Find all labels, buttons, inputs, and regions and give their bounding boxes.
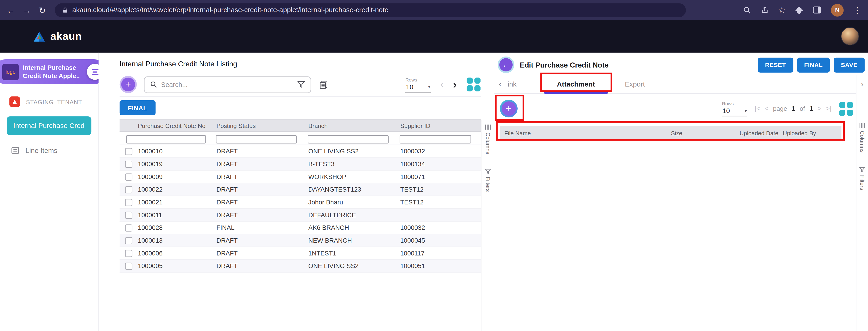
- final-button[interactable]: FINAL: [797, 57, 830, 72]
- column-header-credit-note-no[interactable]: Purchase Credit Note No: [137, 122, 216, 129]
- browser-profile-avatar[interactable]: N: [831, 4, 844, 17]
- table-row[interactable]: 1000005 DRAFT ONE LIVING SS2 1000051: [120, 260, 481, 273]
- table-row[interactable]: 1000022 DRAFT DAYANGTEST123 TEST12: [120, 183, 481, 196]
- listing-table: Purchase Credit Note No Posting Status B…: [120, 119, 481, 272]
- browser-reload-icon[interactable]: ↻: [39, 6, 45, 14]
- previous-page-icon[interactable]: <: [765, 104, 769, 112]
- tabs-scroll-left-icon[interactable]: ‹: [499, 79, 507, 89]
- cell-credit-note-no: 1000019: [137, 161, 216, 167]
- address-bar[interactable]: akaun.cloud/#/applets/tnt/wavelet/erp/in…: [55, 3, 686, 17]
- last-page-icon[interactable]: >|: [826, 104, 832, 112]
- columns-grip-icon[interactable]: [485, 124, 491, 130]
- column-header-posting-status[interactable]: Posting Status: [216, 122, 308, 129]
- column-header-branch[interactable]: Branch: [308, 122, 400, 129]
- row-checkbox[interactable]: [125, 148, 132, 155]
- row-checkbox[interactable]: [125, 224, 132, 231]
- cell-branch: AK6 BRANCH: [308, 224, 400, 231]
- tab-attachment[interactable]: Attachment: [542, 75, 610, 93]
- filters-funnel-icon[interactable]: [485, 169, 491, 175]
- first-page-icon[interactable]: |<: [754, 104, 760, 112]
- applet-pill[interactable]: logo Internal Purchase Credit Note Apple…: [0, 59, 106, 84]
- tab-link[interactable]: ink: [507, 75, 523, 93]
- table-row[interactable]: 1000013 DRAFT NEW BRANCH 1000045: [120, 234, 481, 247]
- filter-funnel-icon[interactable]: [297, 81, 305, 88]
- extensions-icon[interactable]: [795, 6, 803, 14]
- zoom-icon[interactable]: [743, 6, 751, 14]
- chevron-down-icon: ▾: [428, 84, 430, 89]
- cell-posting-status: DRAFT: [216, 237, 308, 244]
- column-header-uploaded-date[interactable]: Uploaded Date: [735, 129, 778, 136]
- table-row[interactable]: 1000009 DRAFT WORKSHOP 1000071: [120, 171, 481, 183]
- filters-strip-label[interactable]: Filters: [485, 177, 491, 192]
- table-row[interactable]: 1000019 DRAFT B-TEST3 1000134: [120, 158, 481, 171]
- split-screen-icon[interactable]: [813, 6, 822, 14]
- row-checkbox[interactable]: [125, 160, 132, 168]
- search-icon: [150, 81, 157, 88]
- add-attachment-button[interactable]: +: [500, 100, 518, 117]
- cell-posting-status: DRAFT: [216, 148, 308, 154]
- columns-strip-label[interactable]: Columns: [859, 131, 865, 153]
- filter-posting-status[interactable]: [216, 135, 297, 143]
- cell-supplier-id: 1000032: [400, 148, 481, 154]
- next-page-icon[interactable]: ›: [453, 78, 457, 91]
- row-checkbox[interactable]: [125, 173, 132, 180]
- browser-menu-icon[interactable]: ⋮: [853, 6, 861, 14]
- rows-per-page-select[interactable]: Rows 10 ▾: [405, 77, 431, 92]
- browser-back-icon[interactable]: ←: [7, 6, 15, 14]
- table-row[interactable]: 1000010 DRAFT ONE LIVING SS2 1000032: [120, 145, 481, 158]
- search-box[interactable]: [144, 76, 311, 93]
- row-checkbox[interactable]: [125, 262, 132, 269]
- cell-posting-status: FINAL: [216, 224, 308, 231]
- row-checkbox[interactable]: [125, 186, 132, 193]
- applet-title: Internal Purchase Credit Note Apple..: [23, 63, 84, 80]
- tab-export[interactable]: Export: [610, 75, 660, 93]
- row-checkbox[interactable]: [125, 249, 132, 257]
- user-avatar[interactable]: [841, 27, 859, 46]
- table-row[interactable]: 1000021 DRAFT Johor Bharu TEST12: [120, 196, 481, 209]
- attachment-rows-per-page-select[interactable]: Rows 10 ▾: [722, 101, 747, 116]
- back-button[interactable]: ←: [498, 57, 515, 73]
- save-button[interactable]: SAVE: [834, 57, 865, 72]
- cell-supplier-id: 1000071: [400, 174, 481, 180]
- app-navbar: akaun: [0, 20, 868, 53]
- final-bulk-action-button[interactable]: FINAL: [120, 100, 156, 115]
- add-record-button[interactable]: +: [120, 76, 137, 93]
- table-row[interactable]: 1000011 DRAFT DEFAULTPRICE: [120, 209, 481, 221]
- grid-view-icon[interactable]: [839, 101, 854, 116]
- tabs-scroll-right-icon[interactable]: ›: [861, 79, 863, 88]
- browser-forward-icon[interactable]: →: [23, 6, 31, 14]
- tenant-selector[interactable]: STAGING_TENANT: [0, 91, 98, 112]
- bookmark-star-icon[interactable]: ☆: [778, 5, 786, 15]
- sidebar-item-line-items[interactable]: Line Items: [0, 142, 98, 159]
- column-header-size[interactable]: Size: [666, 129, 735, 136]
- sidebar-item-internal-purchase-credit-note[interactable]: Internal Purchase Cred: [7, 116, 91, 135]
- row-checkbox[interactable]: [125, 199, 132, 206]
- table-row[interactable]: 1000006 DRAFT 1NTEST1 1000117: [120, 247, 481, 260]
- row-checkbox[interactable]: [125, 237, 132, 244]
- previous-page-icon[interactable]: ‹: [440, 79, 444, 90]
- columns-strip-label[interactable]: Columns: [485, 132, 491, 154]
- cell-posting-status: DRAFT: [216, 212, 308, 218]
- brand-logo[interactable]: akaun: [33, 30, 82, 42]
- sidebar-item-label: Line Items: [25, 147, 57, 154]
- column-header-uploaded-by[interactable]: Uploaded By: [778, 129, 841, 136]
- column-header-file-name[interactable]: File Name: [500, 129, 667, 136]
- of-word: of: [800, 105, 805, 112]
- next-page-icon[interactable]: >: [817, 104, 822, 112]
- filters-funnel-icon[interactable]: [859, 167, 865, 173]
- filter-credit-note-no[interactable]: [126, 135, 206, 143]
- column-header-supplier-id[interactable]: Supplier ID: [400, 122, 481, 129]
- columns-grip-icon[interactable]: [859, 122, 865, 129]
- tenant-label: STAGING_TENANT: [26, 98, 82, 105]
- search-input[interactable]: [161, 81, 293, 88]
- share-icon[interactable]: [760, 6, 769, 14]
- reset-button[interactable]: RESET: [758, 57, 793, 72]
- filter-branch[interactable]: [308, 135, 389, 143]
- saved-list-icon[interactable]: [319, 80, 328, 89]
- rows-label: Rows: [722, 101, 747, 106]
- table-row[interactable]: 1000028 FINAL AK6 BRANCH 1000032: [120, 221, 481, 234]
- filters-strip-label[interactable]: Filters: [859, 175, 865, 190]
- row-checkbox[interactable]: [125, 211, 132, 218]
- filter-supplier-id[interactable]: [400, 135, 471, 143]
- grid-view-icon[interactable]: [466, 77, 481, 92]
